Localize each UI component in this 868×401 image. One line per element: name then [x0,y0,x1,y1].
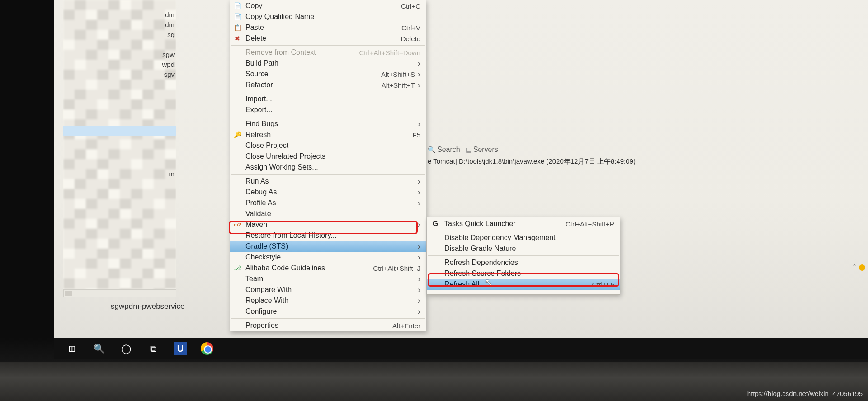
submenu-arrow-icon [418,307,420,316]
submenu-item-refresh-dependencies[interactable]: Refresh Dependencies [427,257,620,268]
menu-item-label: Debug As [245,188,277,196]
menu-item-label: Refresh Dependencies [444,259,518,267]
context-menu-item-build-path[interactable]: Build Path [230,58,426,69]
context-menu-item-delete[interactable]: ✖DeleteDelete [230,33,426,44]
menu-shortcut: Ctrl+F5 [592,281,614,288]
context-menu-item-restore-from-local-history[interactable]: Restore from Local History... [230,230,426,241]
search-icon: 🔍 [428,146,435,153]
menu-shortcut: Ctrl+C [401,2,420,10]
menu-item-label: Checkstyle [245,253,281,261]
status-bar-project-name: sgwpdm-pwebservice [111,302,184,311]
submenu-item-tasks-quick-launcher[interactable]: GTasks Quick LauncherCtrl+Alt+Shift+R [427,218,620,229]
context-menu-item-assign-working-sets[interactable]: Assign Working Sets... [230,162,426,173]
windows-taskbar: ⊞ 🔍 ◯ ⧉ U [54,338,868,359]
context-menu-item-export[interactable]: Export... [230,104,426,115]
context-menu-item-profile-as[interactable]: Profile As [230,198,426,208]
menu-item-label: Export... [245,106,273,114]
task-view-icon[interactable]: ⧉ [146,344,160,354]
tab-search[interactable]: 🔍Search [428,146,460,154]
start-button-icon[interactable]: ⊞ [65,343,79,354]
menu-shortcut: Alt+Shift+S [381,71,415,78]
context-menu-item-import[interactable]: Import... [230,94,426,104]
menu-item-label: Build Path [245,59,278,67]
submenu-arrow-icon [418,188,420,197]
submenu-item-refresh-source-folders[interactable]: Refresh Source Folders [427,268,620,279]
context-menu-item-compare-with[interactable]: Compare With [230,284,426,295]
menu-item-label: Paste [245,24,264,32]
menu-item-label: Find Bugs [245,120,278,128]
menu-shortcut: Ctrl+V [401,24,420,32]
context-menu-item-team[interactable]: Team [230,274,426,284]
explorer-horizontal-scrollbar[interactable] [63,289,176,297]
context-menu-item-refactor[interactable]: RefactorAlt+Shift+T [230,80,426,90]
menu-item-label: Compare With [245,286,292,294]
menu-item-label: Validate [245,210,271,218]
explorer-visible-text-fragments: dmdmsgsgwwpdsgvm [162,0,175,179]
app-u-icon[interactable]: U [174,342,187,355]
menu-item-label: Refresh [245,131,271,139]
context-menu-item-copy[interactable]: 📄CopyCtrl+C [230,0,426,11]
context-menu-item-properties[interactable]: PropertiesAlt+Enter [230,320,426,331]
search-icon[interactable]: 🔍 [92,343,106,354]
submenu-arrow-icon [418,285,420,295]
submenu-item-disable-gradle-nature[interactable]: Disable Gradle Nature [427,243,620,254]
status-warning-dot-icon[interactable] [859,264,865,271]
menu-shortcut: Delete [401,35,420,42]
context-menu-item-run-as[interactable]: Run As [230,176,426,187]
menu-shortcut: F5 [412,131,420,139]
submenu-arrow-icon [418,119,420,129]
context-menu-item-checkstyle[interactable]: Checkstyle [230,252,426,263]
ide-window: document.write(Array.from({length:300}).… [54,0,868,338]
menu-item-label: Properties [245,321,278,330]
menu-item-label: Close Project [245,142,288,150]
context-menu-item-paste[interactable]: 📋PasteCtrl+V [230,22,426,33]
context-menu-item-validate[interactable]: Validate [230,208,426,219]
context-menu-item-configure[interactable]: Configure [230,306,426,317]
refresh-icon: 🔑 [233,131,242,138]
menu-item-label: Alibaba Code Guidelines [245,264,325,272]
context-menu-item-replace-with[interactable]: Replace With [230,295,426,306]
context-menu-item-gradle-sts[interactable]: Gradle (STS) [230,241,426,252]
submenu-arrow-icon [418,70,420,79]
menu-shortcut: Ctrl+Alt+Shift+Down [359,49,420,57]
context-menu-item-remove-from-context: Remove from ContextCtrl+Alt+Shift+Down [230,47,426,58]
context-menu-item-maven[interactable]: m2Maven [230,219,426,230]
menu-item-label: Copy Qualified Name [245,13,314,21]
console-output-line: e Tomcat] D:\tools\jdk1.8\bin\javaw.exe … [428,157,636,166]
tab-servers[interactable]: ▤Servers [466,146,498,154]
context-menu-item-close-project[interactable]: Close Project [230,140,426,151]
menu-separator [231,174,425,175]
context-menu-item-find-bugs[interactable]: Find Bugs [230,118,426,129]
submenu-item-disable-dependency-management[interactable]: Disable Dependency Management [427,232,620,243]
context-menu-item-alibaba-code-guidelines[interactable]: ⎇Alibaba Code GuidelinesCtrl+Alt+Shift+J [230,263,426,274]
chrome-icon[interactable] [201,342,213,355]
chevron-up-icon[interactable]: ˄ [853,263,856,272]
context-menu-item-source[interactable]: SourceAlt+Shift+S [230,69,426,80]
menu-item-label: Run As [245,177,269,185]
menu-item-label: Replace With [245,297,288,305]
bottom-panel-tabs: 🔍Search ▤Servers [428,146,498,154]
context-menu-item-copy-qualified-name[interactable]: 📄Copy Qualified Name [230,11,426,22]
submenu-item-refresh-all[interactable]: Refresh AllCtrl+F5 [427,279,620,290]
menu-item-label: Refresh All [444,280,479,288]
scrollbar-thumb[interactable] [65,291,72,296]
project-explorer[interactable]: document.write(Array.from({length:300}).… [63,0,176,289]
context-menu-item-debug-as[interactable]: Debug As [230,187,426,198]
context-menu-item-close-unrelated-projects[interactable]: Close Unrelated Projects [230,151,426,162]
menu-item-label: Close Unrelated Projects [245,152,326,160]
submenu-arrow-icon [418,253,420,262]
explorer-selected-row[interactable] [63,126,176,136]
cortana-circle-icon[interactable]: ◯ [119,343,133,354]
context-menu-item-refresh[interactable]: 🔑RefreshF5 [230,129,426,140]
status-bar-right-icons: ˄ [853,263,865,272]
submenu-arrow-icon [418,198,420,208]
menu-item-label: Restore from Local History... [245,231,337,240]
copy-icon: 📄 [233,2,242,9]
submenu-arrow-icon [418,274,420,284]
menu-item-label: Disable Dependency Management [444,234,555,242]
copy-qualified-name-icon: 📄 [233,13,242,20]
menu-shortcut: Alt+Enter [392,322,420,330]
menu-separator [231,92,425,92]
submenu-arrow-icon [418,59,420,68]
menu-item-label: Refresh Source Folders [444,269,521,278]
